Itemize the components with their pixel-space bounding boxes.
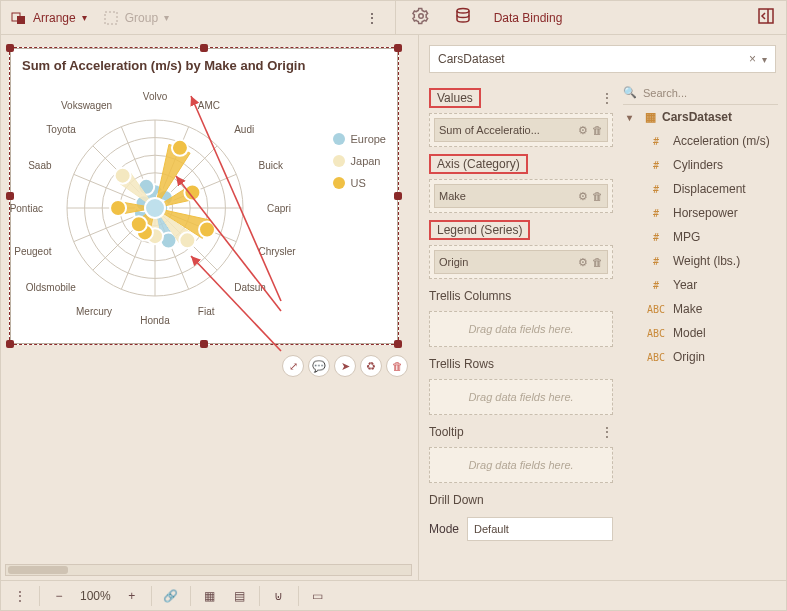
svg-text:Toyota: Toyota — [46, 124, 76, 135]
svg-point-56 — [199, 222, 215, 238]
dataset-selector[interactable]: CarsDataset × ▾ — [429, 45, 776, 73]
field-item[interactable]: #Cylinders — [623, 153, 778, 177]
clear-dataset-button[interactable]: × — [749, 52, 756, 66]
field-item[interactable]: #Displacement — [623, 177, 778, 201]
gear-icon[interactable]: ⚙ — [578, 124, 588, 137]
radar-chart: VolvoAMCAudiBuickCapriChryslerDatsunFiat… — [10, 78, 400, 346]
divider — [395, 1, 396, 35]
collapse-panel-button[interactable] — [752, 8, 780, 27]
trellis-rows-dropzone[interactable]: Drag data fields here. — [429, 379, 613, 415]
legend-section-label: Legend (Series) — [429, 220, 530, 240]
svg-text:Honda: Honda — [140, 315, 170, 326]
link-button[interactable]: 🔗 — [158, 584, 184, 608]
field-item[interactable]: #MPG — [623, 225, 778, 249]
arrange-menu[interactable]: Arrange ▾ — [7, 8, 91, 28]
comment-button[interactable]: 💬 — [308, 355, 330, 377]
svg-text:Audi: Audi — [234, 124, 254, 135]
chevron-down-icon: ▾ — [762, 54, 767, 65]
group-menu[interactable]: Group ▾ — [99, 8, 173, 28]
tooltip-dropzone[interactable]: Drag data fields here. — [429, 447, 613, 483]
drilldown-label: Drill Down — [429, 493, 484, 507]
field-item[interactable]: ABCMake — [623, 297, 778, 321]
legend-item[interactable]: Europe — [333, 128, 386, 150]
zoom-level[interactable]: 100% — [76, 589, 115, 603]
chip-label: Sum of Acceleratio... — [439, 124, 574, 136]
gear-icon[interactable]: ⚙ — [578, 256, 588, 269]
ruler-button[interactable]: ▤ — [227, 584, 253, 608]
drill-mode-select[interactable]: Default — [467, 517, 613, 541]
legend-swatch — [333, 155, 345, 167]
svg-point-53 — [115, 168, 131, 184]
dataset-name: CarsDataset — [438, 52, 505, 66]
svg-text:Vokswagen: Vokswagen — [61, 100, 112, 111]
chart-legend: Europe Japan US — [333, 128, 386, 194]
interactions-icon: ♻ — [366, 360, 376, 373]
trash-icon: 🗑 — [392, 360, 403, 372]
field-item[interactable]: #Year — [623, 273, 778, 297]
trash-icon[interactable]: 🗑 — [592, 124, 603, 136]
delete-button[interactable]: 🗑 — [386, 355, 408, 377]
values-dropzone[interactable]: Sum of Acceleratio... ⚙ 🗑 — [429, 113, 613, 147]
table-icon: ▦ — [645, 110, 656, 124]
data-binding-tab-label[interactable]: Data Binding — [488, 1, 569, 35]
statusbar-overflow[interactable]: ⋮ — [7, 584, 33, 608]
trash-icon[interactable]: 🗑 — [592, 190, 603, 202]
svg-point-3 — [418, 14, 423, 19]
mobile-preview-button[interactable]: ▭ — [305, 584, 331, 608]
legend-chip[interactable]: Origin ⚙ 🗑 — [434, 250, 608, 274]
svg-rect-1 — [17, 16, 25, 24]
interactions-button[interactable]: ♻ — [360, 355, 382, 377]
data-binding-tab-button[interactable] — [446, 7, 480, 28]
field-item[interactable]: ABCModel — [623, 321, 778, 345]
axis-chip[interactable]: Make ⚙ 🗑 — [434, 184, 608, 208]
dataset-node[interactable]: ▾ ▦ CarsDataset — [623, 105, 778, 129]
trellis-cols-dropzone[interactable]: Drag data fields here. — [429, 311, 613, 347]
field-item[interactable]: ABCOrigin — [623, 345, 778, 369]
field-item[interactable]: #Acceleration (m/s) — [623, 129, 778, 153]
svg-text:Volvo: Volvo — [143, 91, 168, 102]
legend-item[interactable]: Japan — [333, 150, 386, 172]
chip-label: Origin — [439, 256, 574, 268]
gear-icon[interactable]: ⚙ — [578, 190, 588, 203]
magnet-icon: ⊍ — [274, 589, 283, 603]
chart-widget[interactable]: Sum of Acceleration (m/s) by Make and Or… — [9, 47, 399, 345]
legend-dropzone[interactable]: Origin ⚙ 🗑 — [429, 245, 613, 279]
svg-text:Fiat: Fiat — [198, 306, 215, 317]
svg-point-54 — [172, 140, 188, 156]
share-button[interactable]: ➤ — [334, 355, 356, 377]
trash-icon[interactable]: 🗑 — [592, 256, 603, 268]
horizontal-scrollbar[interactable] — [5, 564, 412, 576]
values-section-menu[interactable]: ⋮ — [601, 91, 613, 105]
share-icon: ➤ — [341, 360, 350, 373]
legend-swatch — [333, 177, 345, 189]
scrollbar-thumb[interactable] — [8, 566, 68, 574]
zoom-out-button[interactable]: − — [46, 584, 72, 608]
resize-handle[interactable] — [200, 44, 208, 52]
chevron-down-icon: ▾ — [164, 12, 169, 23]
legend-item[interactable]: US — [333, 172, 386, 194]
fullscreen-button[interactable]: ⤢ — [282, 355, 304, 377]
values-section-label: Values — [429, 88, 481, 108]
resize-handle[interactable] — [6, 44, 14, 52]
toolbar-overflow[interactable]: ⋮ — [357, 10, 387, 26]
settings-tab-button[interactable] — [404, 7, 438, 28]
top-toolbar: Arrange ▾ Group ▾ ⋮ Data Binding — [1, 1, 786, 35]
values-chip[interactable]: Sum of Acceleratio... ⚙ 🗑 — [434, 118, 608, 142]
resize-handle[interactable] — [394, 44, 402, 52]
grid-button[interactable]: ▦ — [197, 584, 223, 608]
fields-search[interactable]: 🔍 Search... — [623, 81, 778, 105]
snap-button[interactable]: ⊍ — [266, 584, 292, 608]
tooltip-section-menu[interactable]: ⋮ — [601, 425, 613, 439]
search-icon: 🔍 — [623, 86, 637, 99]
field-item[interactable]: #Horsepower — [623, 201, 778, 225]
comment-icon: 💬 — [312, 360, 326, 373]
dataset-node-label: CarsDataset — [662, 110, 732, 124]
axis-dropzone[interactable]: Make ⚙ 🗑 — [429, 179, 613, 213]
link-icon: 🔗 — [163, 589, 178, 603]
svg-text:Peugeot: Peugeot — [14, 246, 51, 257]
canvas[interactable]: Sum of Acceleration (m/s) by Make and Or… — [1, 35, 418, 580]
svg-rect-2 — [105, 12, 117, 24]
tooltip-label: Tooltip — [429, 425, 464, 439]
zoom-in-button[interactable]: + — [119, 584, 145, 608]
field-item[interactable]: #Weight (lbs.) — [623, 249, 778, 273]
